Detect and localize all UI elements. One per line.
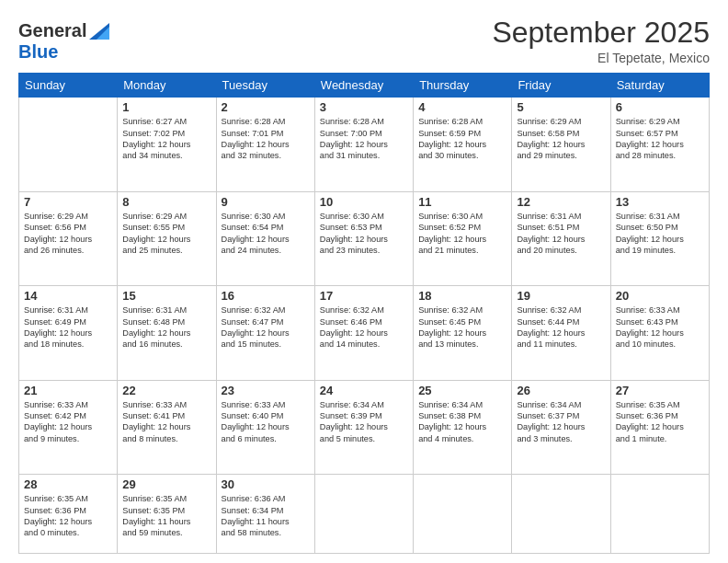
table-row: 2Sunrise: 6:28 AMSunset: 7:01 PMDaylight… (216, 98, 314, 191)
day-number: 24 (320, 384, 408, 397)
day-number: 14 (24, 289, 112, 303)
table-row: 14Sunrise: 6:31 AMSunset: 6:49 PMDayligh… (19, 286, 118, 380)
header-wednesday: Wednesday (314, 74, 413, 98)
table-row: 21Sunrise: 6:33 AMSunset: 6:42 PMDayligh… (19, 380, 118, 474)
header-saturday: Saturday (610, 74, 709, 98)
day-number: 9 (222, 195, 310, 209)
cell-info: Sunrise: 6:31 AMSunset: 6:49 PMDaylight:… (24, 304, 112, 350)
day-number: 20 (616, 289, 704, 303)
cell-info: Sunrise: 6:29 AMSunset: 6:58 PMDaylight:… (517, 116, 605, 162)
month-title: September 2025 (492, 17, 710, 49)
cell-info: Sunrise: 6:35 AMSunset: 6:36 PMDaylight:… (616, 399, 704, 445)
day-number: 16 (222, 289, 310, 303)
cell-info: Sunrise: 6:34 AMSunset: 6:37 PMDaylight:… (517, 399, 605, 445)
table-row: 13Sunrise: 6:31 AMSunset: 6:50 PMDayligh… (610, 191, 709, 285)
title-area: September 2025 El Tepetate, Mexico (492, 17, 710, 65)
cell-info: Sunrise: 6:34 AMSunset: 6:38 PMDaylight:… (418, 399, 506, 445)
table-row: 8Sunrise: 6:29 AMSunset: 6:55 PMDaylight… (118, 191, 216, 285)
cell-info: Sunrise: 6:33 AMSunset: 6:42 PMDaylight:… (24, 399, 112, 445)
day-number: 30 (222, 477, 310, 491)
table-row: 3Sunrise: 6:28 AMSunset: 7:00 PMDaylight… (314, 98, 413, 191)
logo-blue-text: Blue (18, 41, 58, 62)
table-row: 7Sunrise: 6:29 AMSunset: 6:56 PMDaylight… (19, 191, 118, 285)
header-monday: Monday (118, 74, 216, 98)
table-row: 19Sunrise: 6:32 AMSunset: 6:44 PMDayligh… (512, 286, 610, 380)
day-number: 12 (517, 195, 605, 209)
cell-info: Sunrise: 6:31 AMSunset: 6:50 PMDaylight:… (616, 211, 704, 257)
cell-info: Sunrise: 6:32 AMSunset: 6:46 PMDaylight:… (320, 304, 408, 350)
cell-info: Sunrise: 6:31 AMSunset: 6:48 PMDaylight:… (122, 304, 210, 350)
table-row: 26Sunrise: 6:34 AMSunset: 6:37 PMDayligh… (512, 380, 610, 474)
table-row: 6Sunrise: 6:29 AMSunset: 6:57 PMDaylight… (610, 98, 709, 191)
cell-info: Sunrise: 6:30 AMSunset: 6:54 PMDaylight:… (222, 211, 310, 257)
table-row: 24Sunrise: 6:34 AMSunset: 6:39 PMDayligh… (314, 380, 413, 474)
logo: General Blue (18, 20, 109, 63)
table-row: 10Sunrise: 6:30 AMSunset: 6:53 PMDayligh… (314, 191, 413, 285)
table-row: 5Sunrise: 6:29 AMSunset: 6:58 PMDaylight… (512, 98, 610, 191)
day-number: 27 (616, 384, 704, 397)
day-number: 3 (320, 100, 408, 114)
table-row: 16Sunrise: 6:32 AMSunset: 6:47 PMDayligh… (216, 286, 314, 380)
table-row: 23Sunrise: 6:33 AMSunset: 6:40 PMDayligh… (216, 380, 314, 474)
day-number: 13 (616, 195, 704, 209)
day-number: 29 (122, 477, 210, 491)
day-number: 1 (122, 100, 210, 114)
day-number: 11 (418, 195, 506, 209)
calendar-body: 1Sunrise: 6:27 AMSunset: 7:02 PMDaylight… (19, 98, 710, 554)
cell-info: Sunrise: 6:33 AMSunset: 6:41 PMDaylight:… (122, 399, 210, 445)
table-row: 20Sunrise: 6:33 AMSunset: 6:43 PMDayligh… (610, 286, 709, 380)
table-row: 17Sunrise: 6:32 AMSunset: 6:46 PMDayligh… (314, 286, 413, 380)
table-row: 25Sunrise: 6:34 AMSunset: 6:38 PMDayligh… (414, 380, 512, 474)
cell-info: Sunrise: 6:29 AMSunset: 6:56 PMDaylight:… (24, 211, 112, 257)
day-number: 5 (517, 100, 605, 114)
table-row: 15Sunrise: 6:31 AMSunset: 6:48 PMDayligh… (118, 286, 216, 380)
cell-info: Sunrise: 6:35 AMSunset: 6:36 PMDaylight:… (24, 493, 112, 539)
header-sunday: Sunday (19, 74, 118, 98)
day-number: 7 (24, 195, 112, 209)
logo-icon (89, 23, 109, 40)
table-row (19, 98, 118, 191)
day-number: 4 (418, 100, 506, 114)
day-number: 17 (320, 289, 408, 303)
cell-info: Sunrise: 6:35 AMSunset: 6:35 PMDaylight:… (122, 493, 210, 539)
header-thursday: Thursday (414, 74, 512, 98)
day-number: 28 (24, 477, 112, 491)
weekday-header-row: Sunday Monday Tuesday Wednesday Thursday… (19, 74, 710, 98)
cell-info: Sunrise: 6:32 AMSunset: 6:44 PMDaylight:… (517, 304, 605, 350)
cell-info: Sunrise: 6:36 AMSunset: 6:34 PMDaylight:… (222, 493, 310, 539)
table-row: 4Sunrise: 6:28 AMSunset: 6:59 PMDaylight… (414, 98, 512, 191)
day-number: 8 (122, 195, 210, 209)
cell-info: Sunrise: 6:31 AMSunset: 6:51 PMDaylight:… (517, 211, 605, 257)
table-row (610, 475, 709, 554)
day-number: 26 (517, 384, 605, 397)
table-row (414, 475, 512, 554)
table-row: 29Sunrise: 6:35 AMSunset: 6:35 PMDayligh… (118, 475, 216, 554)
logo-general-text: General (18, 20, 86, 41)
table-row: 27Sunrise: 6:35 AMSunset: 6:36 PMDayligh… (610, 380, 709, 474)
cell-info: Sunrise: 6:32 AMSunset: 6:47 PMDaylight:… (222, 304, 310, 350)
header-friday: Friday (512, 74, 610, 98)
cell-info: Sunrise: 6:33 AMSunset: 6:40 PMDaylight:… (222, 399, 310, 445)
table-row: 22Sunrise: 6:33 AMSunset: 6:41 PMDayligh… (118, 380, 216, 474)
day-number: 22 (122, 384, 210, 397)
cell-info: Sunrise: 6:29 AMSunset: 6:57 PMDaylight:… (616, 116, 704, 162)
day-number: 10 (320, 195, 408, 209)
day-number: 6 (616, 100, 704, 114)
day-number: 25 (418, 384, 506, 397)
cell-info: Sunrise: 6:28 AMSunset: 6:59 PMDaylight:… (418, 116, 506, 162)
cell-info: Sunrise: 6:29 AMSunset: 6:55 PMDaylight:… (122, 211, 210, 257)
subtitle: El Tepetate, Mexico (492, 51, 710, 65)
table-row: 30Sunrise: 6:36 AMSunset: 6:34 PMDayligh… (216, 475, 314, 554)
table-row: 18Sunrise: 6:32 AMSunset: 6:45 PMDayligh… (414, 286, 512, 380)
table-row: 9Sunrise: 6:30 AMSunset: 6:54 PMDaylight… (216, 191, 314, 285)
day-number: 23 (222, 384, 310, 397)
page: General Blue September 2025 El Tepetate,… (0, 0, 728, 563)
table-row: 1Sunrise: 6:27 AMSunset: 7:02 PMDaylight… (118, 98, 216, 191)
cell-info: Sunrise: 6:32 AMSunset: 6:45 PMDaylight:… (418, 304, 506, 350)
table-row: 11Sunrise: 6:30 AMSunset: 6:52 PMDayligh… (414, 191, 512, 285)
cell-info: Sunrise: 6:30 AMSunset: 6:52 PMDaylight:… (418, 211, 506, 257)
day-number: 2 (222, 100, 310, 114)
cell-info: Sunrise: 6:30 AMSunset: 6:53 PMDaylight:… (320, 211, 408, 257)
cell-info: Sunrise: 6:33 AMSunset: 6:43 PMDaylight:… (616, 304, 704, 350)
header-tuesday: Tuesday (216, 74, 314, 98)
